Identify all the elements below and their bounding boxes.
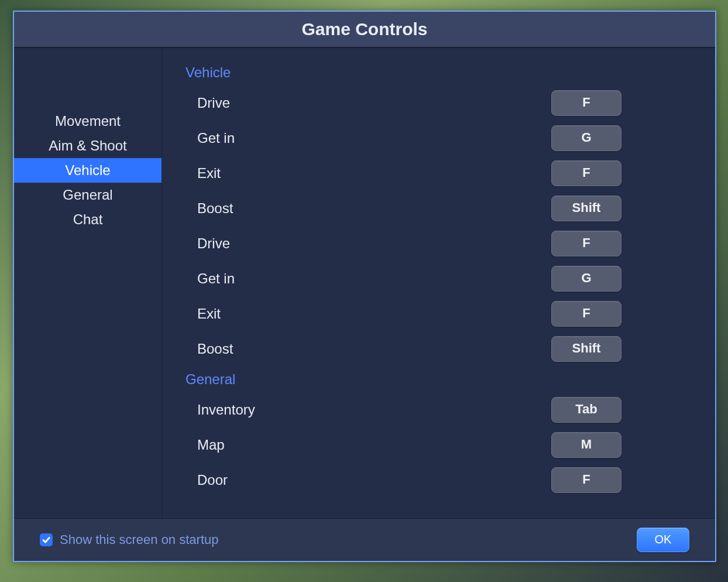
keybind-button[interactable]: M: [551, 432, 621, 458]
binding-row: DoorF: [186, 463, 715, 498]
binding-label: Boost: [197, 200, 551, 217]
section-heading: Vehicle: [186, 60, 715, 85]
game-controls-dialog: Game Controls MovementAim & ShootVehicle…: [13, 11, 716, 562]
binding-row: ExitF: [186, 296, 715, 331]
category-sidebar: MovementAim & ShootVehicleGeneralChat: [14, 48, 162, 518]
binding-row: BoostShift: [186, 331, 715, 367]
keybind-button[interactable]: Tab: [551, 397, 621, 423]
binding-row: Get inG: [186, 261, 715, 296]
binding-label: Exit: [197, 306, 551, 322]
sidebar-item-chat[interactable]: Chat: [14, 207, 162, 232]
binding-row: BoostShift: [186, 191, 715, 226]
binding-label: Drive: [197, 235, 551, 252]
binding-label: Exit: [197, 165, 551, 182]
keybind-button[interactable]: Shift: [551, 336, 621, 362]
keybind-button[interactable]: F: [551, 467, 621, 493]
binding-row: DriveF: [186, 226, 715, 261]
binding-label: Drive: [197, 95, 551, 111]
show-on-startup-checkbox[interactable]: [40, 533, 53, 546]
binding-row: Get inG: [186, 121, 715, 156]
binding-label: Get in: [197, 271, 551, 287]
binding-label: Get in: [197, 130, 551, 146]
binding-row: ExitF: [186, 156, 715, 191]
binding-label: Door: [197, 472, 551, 488]
keybind-button[interactable]: G: [551, 266, 621, 292]
ok-button[interactable]: OK: [637, 528, 689, 552]
binding-row: InventoryTab: [186, 392, 715, 427]
sidebar-item-movement[interactable]: Movement: [14, 109, 162, 133]
binding-row: MapM: [186, 427, 715, 463]
show-on-startup-label[interactable]: Show this screen on startup: [60, 532, 218, 547]
bindings-list: VehicleDriveFGet inGExitFBoostShiftDrive…: [162, 48, 715, 498]
keybind-button[interactable]: F: [551, 231, 621, 256]
binding-label: Inventory: [197, 402, 551, 418]
keybind-button[interactable]: G: [551, 125, 621, 151]
dialog-title: Game Controls: [14, 12, 715, 47]
dialog-body: MovementAim & ShootVehicleGeneralChat Ve…: [14, 47, 715, 518]
keybind-button[interactable]: Shift: [551, 196, 621, 221]
check-icon: [42, 535, 51, 545]
binding-label: Boost: [197, 341, 551, 357]
keybind-button[interactable]: F: [551, 90, 621, 116]
sidebar-item-aim-shoot[interactable]: Aim & Shoot: [14, 133, 162, 158]
sidebar-item-general[interactable]: General: [14, 183, 162, 207]
dialog-footer: Show this screen on startup OK: [14, 518, 715, 561]
keybind-button[interactable]: F: [551, 160, 621, 186]
bindings-panel: VehicleDriveFGet inGExitFBoostShiftDrive…: [162, 48, 715, 518]
keybind-button[interactable]: F: [551, 301, 621, 327]
section-heading: General: [186, 367, 715, 392]
binding-label: Map: [197, 437, 551, 453]
sidebar-item-vehicle[interactable]: Vehicle: [14, 158, 162, 183]
binding-row: DriveF: [186, 85, 715, 121]
